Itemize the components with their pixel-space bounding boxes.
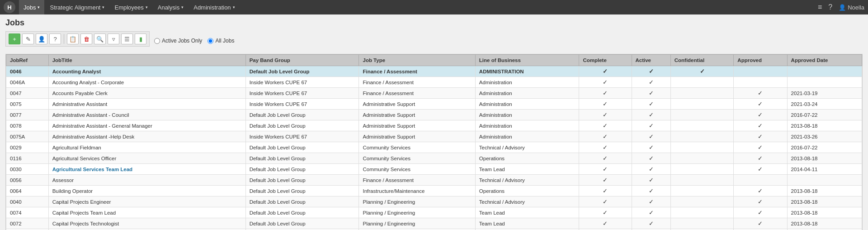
nav-right: ≡ ? 👤 Noella [818, 3, 864, 11]
user-button[interactable]: 👤 [36, 34, 47, 44]
cell-payband: Default Job Level Group [245, 196, 359, 207]
hamburger-icon[interactable]: ≡ [818, 3, 822, 11]
cell-confidential [670, 218, 734, 229]
cell-lob: Administration [475, 77, 579, 88]
active-jobs-radio-label[interactable]: Active Jobs Only [154, 38, 202, 44]
cell-payband: Default Job Level Group [245, 153, 359, 164]
cell-jobref: 0078 [6, 120, 49, 131]
cell-lob: Technical / Advisory [475, 142, 579, 153]
separator [64, 34, 64, 44]
table-row[interactable]: 0056 Assessor Default Job Level Group Fi… [6, 175, 862, 186]
page-content: Jobs + ✎ 👤 ? 📋 🗑 🔍 ▿ ☰ ▮ Active Jobs Onl… [0, 14, 868, 230]
list-button[interactable]: ☰ [121, 34, 133, 44]
chevron-down-icon: ▾ [181, 5, 184, 10]
nav-item-employees[interactable]: Employees ▾ [110, 0, 152, 14]
cell-jobtype: Administrative Support [359, 131, 475, 142]
table-row[interactable]: 0047 Accounts Payable Clerk Inside Worke… [6, 88, 862, 99]
table-row[interactable]: 0075 Administrative Assistant Inside Wor… [6, 99, 862, 110]
nav-item-administration[interactable]: Administration ▾ [189, 0, 239, 14]
table-row[interactable]: 0046A Accounting Analyst - Corporate Ins… [6, 77, 862, 88]
cell-complete: ✓ [579, 88, 632, 99]
table-row[interactable]: 0030 Agricultural Services Team Lead Def… [6, 164, 862, 175]
table-row[interactable]: 0074 Capital Projects Team Lead Default … [6, 207, 862, 218]
cell-jobref: 0056 [6, 175, 49, 186]
table-row[interactable]: 0064 Building Operator Default Job Level… [6, 186, 862, 196]
cell-approved-date: 2014-04-11 [787, 164, 862, 175]
table-row[interactable]: 0078 Administrative Assistant - General … [6, 120, 862, 131]
col-payband: Pay Band Group [245, 55, 359, 66]
table-row[interactable]: 0072 Capital Projects Technologist Defau… [6, 218, 862, 229]
table-row[interactable]: 0077 Administrative Assistant - Council … [6, 110, 862, 120]
cell-jobref: 0074 [6, 207, 49, 218]
cell-active: ✓ [632, 196, 670, 207]
nav-item-analysis[interactable]: Analysis ▾ [153, 0, 188, 14]
cell-approved: ✓ [734, 88, 787, 99]
cell-confidential [670, 142, 734, 153]
nav-item-strategic-alignment[interactable]: Strategic Alignment ▾ [45, 0, 109, 14]
help-button[interactable]: ? [49, 34, 61, 44]
search-button[interactable]: 🔍 [94, 34, 106, 44]
cell-lob: Team Lead [475, 207, 579, 218]
cell-approved: ✓ [734, 142, 787, 153]
cell-complete: ✓ [579, 175, 632, 186]
cell-jobtype: Finance / Assessment [359, 77, 475, 88]
table-row[interactable]: 0040 Capital Projects Engineer Default J… [6, 196, 862, 207]
col-approved: Approved [734, 55, 787, 66]
cell-lob: Administration [475, 88, 579, 99]
col-approved-date: Approved Date [787, 55, 862, 66]
cell-lob: Administration [475, 110, 579, 120]
cell-jobtitle: Agricultural Fieldman [48, 142, 245, 153]
col-active: Active [632, 55, 670, 66]
cell-jobtype: Administrative Support [359, 110, 475, 120]
cell-jobref: 0077 [6, 110, 49, 120]
cell-jobtitle: Administrative Assistant -Help Desk [48, 131, 245, 142]
chevron-down-icon: ▾ [102, 5, 104, 10]
filter-radio-group: Active Jobs Only All Jobs [154, 38, 234, 44]
cell-approved: ✓ [734, 153, 787, 164]
cell-approved [734, 77, 787, 88]
chart-button[interactable]: ▮ [135, 34, 146, 44]
add-button[interactable]: + [9, 34, 20, 44]
cell-lob: Team Lead [475, 218, 579, 229]
table-row[interactable]: 0075A Administrative Assistant -Help Des… [6, 131, 862, 142]
cell-active: ✓ [632, 164, 670, 175]
cell-confidential [670, 207, 734, 218]
cell-jobtype: Community Services [359, 164, 475, 175]
cell-payband: Default Job Level Group [245, 218, 359, 229]
help-icon[interactable]: ? [828, 3, 832, 11]
cell-payband: Default Job Level Group [245, 175, 359, 186]
filter-button[interactable]: ▿ [108, 34, 119, 44]
user-menu[interactable]: 👤 Noella [839, 4, 864, 11]
table-row[interactable]: 0029 Agricultural Fieldman Default Job L… [6, 142, 862, 153]
nav-item-jobs[interactable]: Jobs ▾ [19, 0, 44, 14]
cell-jobtitle: Accounting Analyst [48, 66, 245, 77]
edit-button[interactable]: ✎ [22, 34, 34, 44]
table-row[interactable]: 0046 Accounting Analyst Default Job Leve… [6, 66, 862, 77]
cell-jobref: 0064 [6, 186, 49, 196]
cell-jobtype: Planning / Engineering [359, 196, 475, 207]
cell-jobtitle: Agricultural Services Officer [48, 153, 245, 164]
cell-complete: ✓ [579, 142, 632, 153]
cell-approved-date: 2021-03-26 [787, 131, 862, 142]
cell-payband: Inside Workers CUPE 67 [245, 99, 359, 110]
user-icon: 👤 [839, 4, 846, 11]
delete-button[interactable]: 🗑 [80, 34, 92, 44]
cell-complete: ✓ [579, 99, 632, 110]
table-row[interactable]: 0116 Agricultural Services Officer Defau… [6, 153, 862, 164]
cell-approved: ✓ [734, 131, 787, 142]
col-jobref: JobRef [6, 55, 49, 66]
cell-approved-date [787, 77, 862, 88]
col-jobtitle: JobTitle [48, 55, 245, 66]
active-jobs-radio[interactable] [154, 38, 160, 44]
cell-payband: Default Job Level Group [245, 66, 359, 77]
table-header-row: JobRef JobTitle Pay Band Group Job Type … [6, 55, 862, 66]
copy-button[interactable]: 📋 [67, 34, 79, 44]
all-jobs-radio-label[interactable]: All Jobs [208, 38, 234, 44]
cell-jobref: 0030 [6, 164, 49, 175]
cell-lob: ADMINISTRATION [475, 66, 579, 77]
cell-jobtype: Administrative Support [359, 99, 475, 110]
cell-approved [734, 66, 787, 77]
jobs-table-body: 0046 Accounting Analyst Default Job Leve… [6, 66, 862, 230]
all-jobs-radio[interactable] [208, 38, 213, 44]
cell-confidential [670, 196, 734, 207]
